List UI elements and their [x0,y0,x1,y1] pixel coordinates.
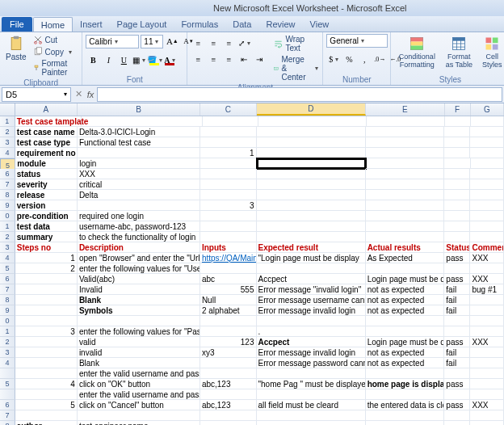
cell[interactable]: Error message invalid login [257,305,366,316]
cell[interactable] [200,127,257,137]
cell[interactable] [470,326,504,337]
cell[interactable]: Error message username cannot b [257,295,366,305]
cell[interactable]: abc,123 [200,400,257,410]
tab-insert[interactable]: Insert [73,17,110,32]
cell[interactable]: Error message password cannot b [257,358,366,368]
cell[interactable] [470,169,504,179]
paste-button[interactable]: Paste [3,34,29,63]
cell[interactable] [200,263,257,274]
cell[interactable]: enter the following values for "Password… [78,326,200,337]
cell[interactable]: "home Pag " must be displayed [257,379,366,389]
cell[interactable] [257,169,366,179]
row-header[interactable]: 5 [0,379,15,389]
orientation-button[interactable]: ⤢ [237,36,251,50]
cell[interactable] [15,358,78,368]
cell[interactable]: not as expected [366,358,445,368]
tab-review[interactable]: Review [258,17,302,32]
cell[interactable] [470,190,504,200]
cell[interactable]: Blank [78,295,200,305]
cell[interactable] [257,148,366,158]
row-header[interactable] [0,389,15,400]
accounting-button[interactable]: $ [326,52,341,66]
cell[interactable] [257,137,366,148]
cell[interactable] [366,232,445,242]
cell[interactable]: not as expected [366,284,445,295]
copy-button[interactable]: Copy [32,46,79,57]
cell[interactable]: all field must be cleard [257,400,366,410]
cell[interactable] [444,137,470,148]
cell[interactable] [444,127,470,137]
cell[interactable]: Steps no [15,242,78,253]
cell[interactable] [470,221,504,232]
underline-button[interactable]: U [116,53,131,67]
cell[interactable]: Actual results [366,242,445,253]
cell[interactable] [200,316,257,326]
cell[interactable] [444,158,470,169]
cell[interactable] [200,137,257,148]
tab-page-layout[interactable]: Page Layout [110,17,174,32]
cell[interactable]: critical [78,179,200,190]
col-header-g[interactable]: G [471,103,504,116]
cell[interactable]: test case type [15,137,78,148]
cell[interactable]: Error message "invalid login" [257,284,366,295]
cell[interactable] [15,305,78,316]
cell[interactable] [445,116,471,127]
cell[interactable]: summary [15,232,78,242]
spreadsheet-grid[interactable]: A B C D E F G 1Test case tamplate2test c… [0,103,504,425]
cell[interactable] [470,127,504,137]
cell[interactable] [470,232,504,242]
cell[interactable] [444,421,470,425]
cell[interactable] [257,211,366,221]
cell[interactable] [470,295,504,305]
cell[interactable]: required one login [78,211,200,221]
cell[interactable]: fail [444,284,470,295]
italic-button[interactable]: I [101,53,116,67]
cell[interactable]: to check the functionality of login [78,232,200,242]
row-header[interactable]: 4 [0,148,15,158]
cell[interactable] [470,211,504,221]
select-all-corner[interactable] [0,103,15,116]
cell[interactable] [257,127,366,137]
cell[interactable]: Blank [78,358,200,368]
font-size-select[interactable]: 11 [141,35,163,48]
cell[interactable] [470,358,504,368]
cell[interactable]: 555 [200,284,257,295]
cell[interactable] [366,190,445,200]
row-header[interactable]: 1 [0,221,15,232]
cell[interactable] [257,389,366,400]
format-painter-button[interactable]: Format Painter [32,58,79,78]
cell[interactable] [257,158,366,169]
cell[interactable]: abc [200,274,257,284]
cell[interactable] [366,169,445,179]
cell[interactable] [471,158,504,169]
cell[interactable] [366,389,445,400]
number-format-select[interactable]: General [326,34,388,48]
cell[interactable] [366,200,445,211]
cell[interactable] [15,284,78,295]
font-name-select[interactable]: Calibri [86,35,139,48]
cell[interactable]: Expected result [257,242,366,253]
col-header-d[interactable]: D [257,103,366,116]
row-header[interactable]: 3 [0,347,15,358]
col-header-a[interactable]: A [15,103,78,116]
cell[interactable]: not as expected [366,347,445,358]
cell[interactable] [82,116,204,127]
cell[interactable]: 4 [15,379,78,389]
cell[interactable] [366,316,445,326]
cell[interactable] [444,410,470,421]
cell[interactable]: XXX [78,169,200,179]
cell[interactable]: severity [15,179,78,190]
cell[interactable]: enter the valid username and password an… [78,389,200,400]
cell[interactable] [257,410,366,421]
cell[interactable]: As Expected [366,253,445,263]
cell[interactable]: fail [444,358,470,368]
cell[interactable] [200,368,257,379]
align-top-button[interactable]: ≡ [191,36,205,50]
cell[interactable]: 1 [15,253,78,263]
cell[interactable]: Error message invalid login [257,347,366,358]
row-header[interactable]: 2 [0,127,15,137]
grow-font-button[interactable]: A▲ [165,34,179,48]
row-header[interactable]: 9 [0,305,15,316]
font-color-button[interactable]: A [162,53,177,67]
fx-icon[interactable]: fx [84,90,97,99]
